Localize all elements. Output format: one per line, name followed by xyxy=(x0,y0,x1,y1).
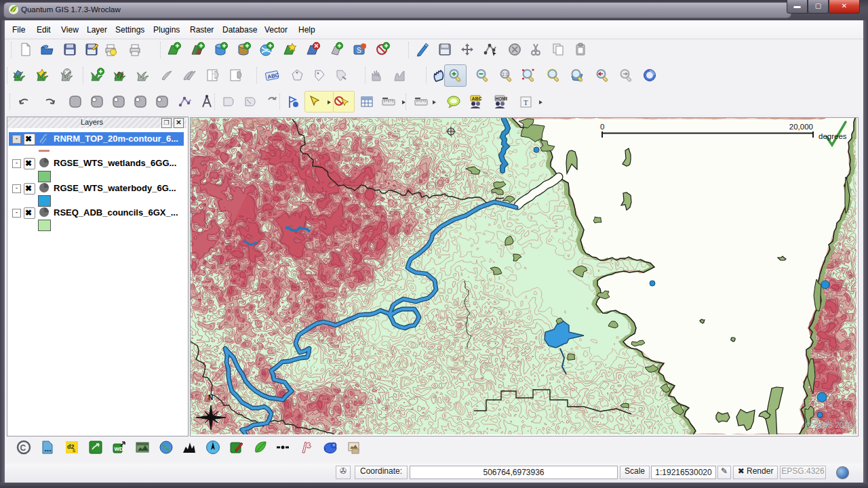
svg-text:s: s xyxy=(73,447,75,453)
svg-text:WD: WD xyxy=(115,446,124,452)
svg-text:© QGIS 2010: © QGIS 2010 xyxy=(806,421,852,429)
svg-text:20,000: 20,000 xyxy=(789,123,813,131)
svg-text:1:1: 1:1 xyxy=(502,72,509,77)
svg-text:0: 0 xyxy=(600,123,604,131)
svg-text:degrees: degrees xyxy=(818,132,847,140)
svg-text:C: C xyxy=(20,443,26,453)
svg-text:N: N xyxy=(208,394,213,401)
svg-text:ABC: ABC xyxy=(472,96,482,101)
svg-text:HOME: HOME xyxy=(496,96,508,101)
svg-text:S: S xyxy=(357,47,361,54)
svg-text:T: T xyxy=(524,98,528,106)
